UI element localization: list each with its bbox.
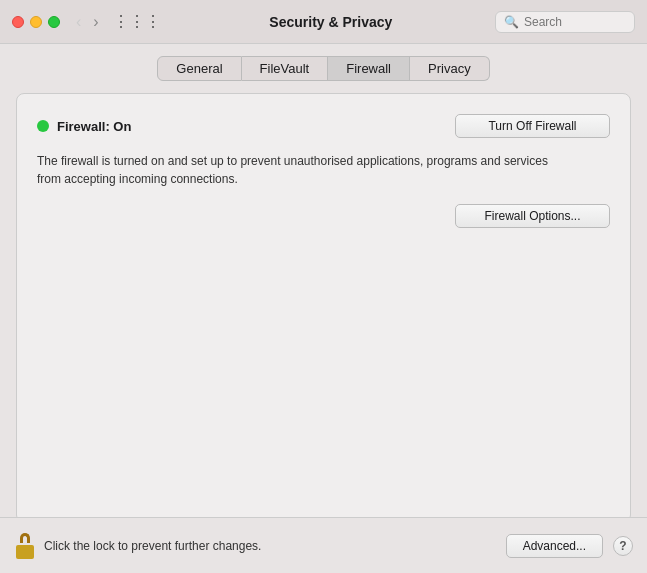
search-icon: 🔍 — [504, 15, 519, 29]
firewall-options-button[interactable]: Firewall Options... — [455, 204, 610, 228]
firewall-description: The firewall is turned on and set up to … — [37, 152, 557, 188]
content-area: General FileVault Firewall Privacy Firew… — [0, 44, 647, 535]
lock-text: Click the lock to prevent further change… — [44, 539, 261, 553]
forward-button[interactable]: › — [89, 12, 102, 32]
tab-privacy[interactable]: Privacy — [410, 56, 490, 81]
bottom-bar: Click the lock to prevent further change… — [0, 517, 647, 573]
search-box[interactable]: 🔍 — [495, 11, 635, 33]
lock-area[interactable]: Click the lock to prevent further change… — [14, 533, 506, 559]
firewall-status-left: Firewall: On — [37, 119, 131, 134]
minimize-button[interactable] — [30, 16, 42, 28]
lock-body — [16, 545, 34, 559]
bottom-right: Advanced... ? — [506, 534, 633, 558]
search-input[interactable] — [524, 15, 626, 29]
lock-icon[interactable] — [14, 533, 36, 559]
back-button[interactable]: ‹ — [72, 12, 85, 32]
firewall-panel: Firewall: On Turn Off Firewall The firew… — [16, 93, 631, 523]
close-button[interactable] — [12, 16, 24, 28]
traffic-lights — [12, 16, 60, 28]
tab-general[interactable]: General — [157, 56, 241, 81]
maximize-button[interactable] — [48, 16, 60, 28]
firewall-options-row: Firewall Options... — [37, 204, 610, 228]
tabs: General FileVault Firewall Privacy — [16, 56, 631, 81]
turn-off-firewall-button[interactable]: Turn Off Firewall — [455, 114, 610, 138]
lock-shackle — [20, 533, 30, 543]
firewall-status-row: Firewall: On Turn Off Firewall — [37, 114, 610, 138]
nav-buttons: ‹ › — [72, 12, 103, 32]
tab-filevault[interactable]: FileVault — [242, 56, 329, 81]
titlebar: ‹ › ⋮⋮⋮ Security & Privacy 🔍 — [0, 0, 647, 44]
status-dot — [37, 120, 49, 132]
advanced-button[interactable]: Advanced... — [506, 534, 603, 558]
grid-button[interactable]: ⋮⋮⋮ — [107, 10, 167, 33]
help-button[interactable]: ? — [613, 536, 633, 556]
firewall-status-label: Firewall: On — [57, 119, 131, 134]
window-title: Security & Privacy — [167, 14, 495, 30]
tab-firewall[interactable]: Firewall — [328, 56, 410, 81]
